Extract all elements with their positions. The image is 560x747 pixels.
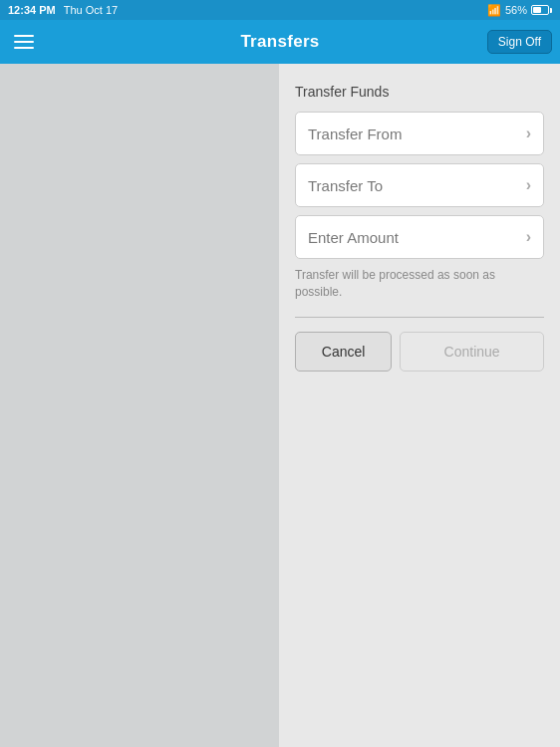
- transfer-to-label: Transfer To: [308, 177, 383, 194]
- sign-off-button[interactable]: Sign Off: [487, 30, 552, 54]
- continue-button[interactable]: Continue: [400, 332, 544, 372]
- info-text: Transfer will be processed as soon as po…: [295, 267, 544, 301]
- wifi-icon: 📶: [487, 4, 501, 17]
- sidebar: [0, 64, 279, 747]
- page-title: Transfers: [240, 32, 319, 52]
- enter-amount-field[interactable]: Enter Amount ›: [295, 215, 544, 259]
- enter-amount-label: Enter Amount: [308, 229, 399, 246]
- status-time: 12:34 PM: [8, 4, 56, 16]
- battery-icon: [531, 5, 552, 15]
- transfer-from-chevron-icon: ›: [526, 124, 531, 142]
- divider: [295, 317, 544, 318]
- section-title: Transfer Funds: [295, 84, 544, 100]
- menu-icon-line2: [14, 41, 34, 43]
- status-bar: 12:34 PM Thu Oct 17 📶 56%: [0, 0, 560, 20]
- battery-percent: 56%: [505, 4, 527, 16]
- transfer-to-chevron-icon: ›: [526, 176, 531, 194]
- menu-button[interactable]: [10, 31, 38, 53]
- menu-icon-line3: [14, 47, 34, 49]
- enter-amount-chevron-icon: ›: [526, 228, 531, 246]
- cancel-button[interactable]: Cancel: [295, 332, 392, 372]
- menu-icon-line1: [14, 35, 34, 37]
- main-content: Transfer Funds Transfer From › Transfer …: [0, 64, 560, 747]
- nav-bar: Transfers Sign Off: [0, 20, 560, 64]
- transfer-from-field[interactable]: Transfer From ›: [295, 112, 544, 155]
- right-panel: Transfer Funds Transfer From › Transfer …: [279, 64, 560, 747]
- transfer-to-field[interactable]: Transfer To ›: [295, 163, 544, 207]
- status-icons: 📶 56%: [487, 4, 552, 17]
- transfer-from-label: Transfer From: [308, 125, 402, 142]
- status-date: Thu Oct 17: [64, 4, 118, 16]
- buttons-row: Cancel Continue: [295, 332, 544, 372]
